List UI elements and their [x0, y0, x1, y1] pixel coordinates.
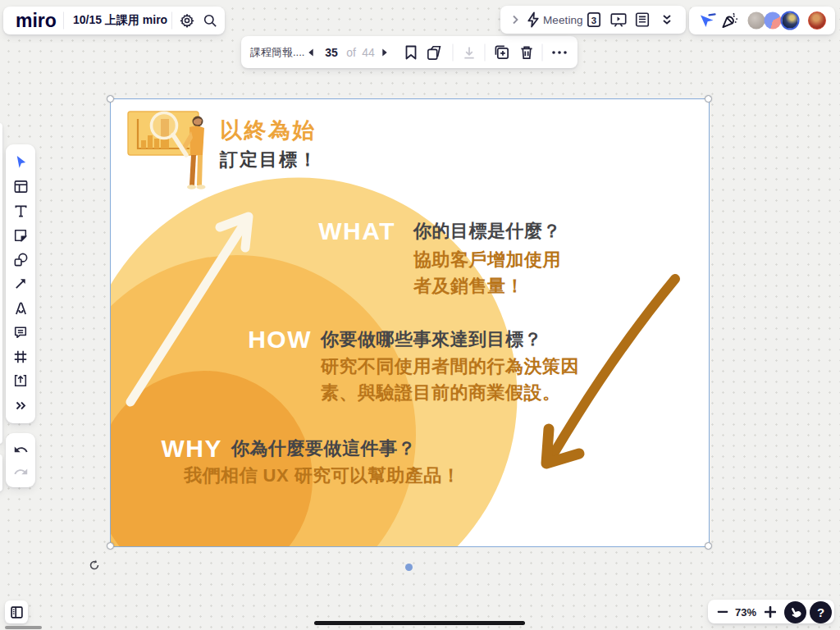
search-icon[interactable] [203, 13, 218, 29]
download-icon[interactable] [463, 45, 477, 59]
more-tools-icon[interactable] [8, 394, 33, 417]
bookmark-icon[interactable] [404, 45, 418, 60]
zoom-level[interactable]: 73% [735, 605, 756, 618]
laser-pointer-icon[interactable] [698, 12, 716, 29]
frame-tool[interactable] [8, 345, 33, 368]
next-page-icon[interactable] [381, 48, 389, 57]
current-page[interactable]: 35 [325, 46, 338, 59]
how-label: HOW [230, 325, 312, 354]
zoom-out-icon[interactable] [718, 610, 728, 613]
what-label: WHAT [313, 217, 395, 246]
divider [63, 12, 64, 30]
divider [171, 12, 172, 30]
chart-analysis-illustration [128, 112, 206, 189]
resize-handle-top-right[interactable] [705, 95, 712, 103]
what-answer-line1: 協助客戶增加使用 [413, 249, 561, 271]
avatar-collaborator-3[interactable] [781, 11, 800, 30]
energy-icon [526, 11, 541, 29]
notes-icon[interactable] [634, 11, 651, 28]
total-pages: 44 [362, 46, 375, 59]
arrow-tool[interactable] [8, 272, 33, 295]
header-bar: miro 10/15 上課用 miro [3, 7, 225, 34]
doc-title[interactable]: 課程簡報.... [250, 45, 304, 60]
scrollbar-nub[interactable] [5, 626, 42, 630]
sticky-note-tool[interactable] [8, 224, 33, 247]
of-label: of [346, 46, 356, 59]
avatar-self[interactable] [808, 11, 826, 30]
more-options-icon[interactable] [552, 51, 567, 54]
help-button[interactable]: ? [810, 601, 832, 623]
timer-icon[interactable]: 3 [586, 11, 603, 29]
home-indicator [314, 621, 525, 625]
divider [453, 43, 454, 61]
select-tool[interactable] [8, 151, 33, 174]
zoom-in-icon[interactable] [765, 606, 776, 618]
resize-handle-top-left[interactable] [107, 95, 114, 103]
timer-badge: 3 [586, 15, 603, 25]
page-nav-bar: 課程簡報.... 35 of 44 [241, 36, 578, 68]
offscreen-panel-edge [0, 123, 2, 444]
shapes-tool[interactable] [8, 248, 33, 271]
interactive-mode-button[interactable] [784, 601, 806, 623]
history-panel [6, 433, 35, 487]
meeting-label[interactable]: Meeting [543, 14, 583, 26]
frames-panel-button[interactable] [5, 600, 28, 623]
divider [542, 43, 543, 61]
undo-icon[interactable] [8, 438, 33, 460]
how-answer-line2: 素、與驗證目前的商業假設。 [321, 382, 561, 404]
upload-tool[interactable] [8, 369, 33, 392]
more-tools-chevron-icon[interactable] [662, 15, 672, 25]
slide-title: 以終為始 [220, 117, 317, 144]
redo-icon[interactable] [8, 460, 33, 482]
text-tool[interactable] [8, 199, 33, 222]
how-question: 你要做哪些事來達到目標？ [321, 329, 542, 350]
offscreen-panel-edge [0, 454, 2, 491]
help-label: ? [817, 605, 824, 619]
why-label: WHY [140, 434, 222, 463]
rotate-handle-icon[interactable] [88, 559, 101, 572]
settings-icon[interactable] [180, 13, 195, 29]
why-question: 你為什麼要做這件事？ [231, 438, 416, 459]
what-question: 你的目標是什麼？ [413, 221, 561, 242]
avatar-collaborator-1[interactable] [748, 12, 765, 30]
templates-tool[interactable] [8, 175, 33, 198]
slide-subtitle: 訂定目標！ [220, 149, 318, 171]
reactions-icon[interactable] [721, 11, 740, 30]
how-answer-line1: 研究不同使用者間的行為決策因 [321, 356, 579, 377]
why-answer-line1: 我們相信 UX 研究可以幫助產品！ [184, 465, 460, 486]
pen-tool[interactable] [8, 297, 33, 320]
divider [485, 43, 486, 61]
meeting-bar: Meeting 3 [500, 6, 686, 34]
pages-icon[interactable] [427, 44, 443, 61]
what-answer-line2: 者及銷售量！ [413, 276, 524, 297]
duplicate-icon[interactable] [495, 44, 510, 60]
resize-handle-bottom-left[interactable] [107, 542, 114, 550]
delete-icon[interactable] [520, 45, 534, 60]
collapse-icon[interactable] [512, 15, 518, 25]
avatar-collaborator-2[interactable] [765, 12, 782, 30]
collaborators-bar [689, 7, 835, 34]
frame-page-dot[interactable] [405, 564, 413, 571]
prev-page-icon[interactable] [308, 48, 315, 57]
present-icon[interactable] [609, 11, 628, 29]
resize-handle-bottom-right[interactable] [705, 542, 712, 550]
board-title[interactable]: 10/15 上課用 miro [73, 13, 167, 28]
miro-logo[interactable]: miro [16, 10, 57, 32]
comment-tool[interactable] [8, 321, 33, 344]
toolbar [6, 144, 35, 423]
slide-frame[interactable]: 以終為始 訂定目標！ WHAT 你的目標是什麼？ 協助客戶增加使用 者及銷售量！… [111, 99, 709, 546]
